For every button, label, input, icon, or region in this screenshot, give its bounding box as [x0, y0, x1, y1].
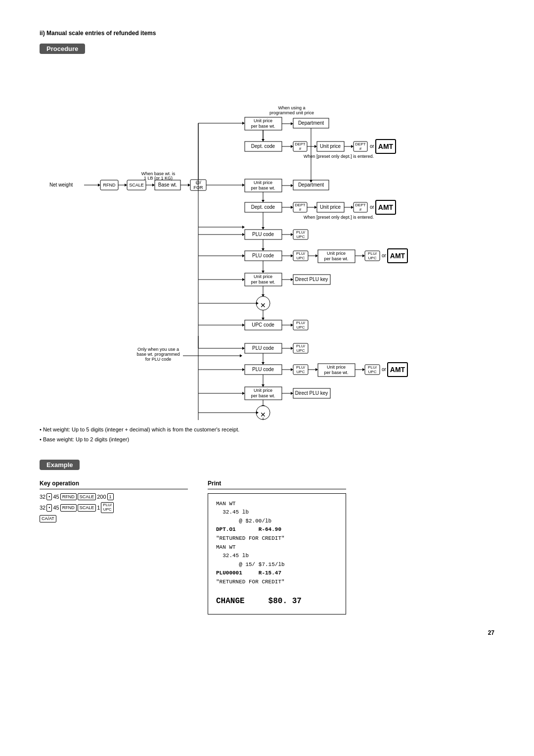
key-btn-dot-1[interactable]: •: [46, 493, 52, 501]
svg-text:per base wt.: per base wt.: [251, 393, 275, 398]
svg-text:#: #: [359, 207, 362, 212]
svg-text:UPC: UPC: [368, 256, 377, 260]
svg-marker-94: [262, 248, 265, 251]
key-btn-rfnd-2[interactable]: RFND: [60, 504, 77, 512]
svg-marker-98: [291, 254, 293, 257]
page-number: 27: [40, 629, 494, 636]
svg-marker-199: [242, 278, 245, 281]
svg-text:per base wt.: per base wt.: [251, 280, 275, 284]
svg-text:Dept. code: Dept. code: [251, 204, 275, 210]
print-line-5: MAN WT: [216, 543, 338, 552]
svg-text:When using a: When using a: [278, 105, 305, 110]
print-line-9: "RETURNED FOR CREDIT": [216, 578, 338, 587]
svg-text:AMT: AMT: [378, 142, 394, 150]
section-title: ii) Manual scale entries of refunded ite…: [40, 30, 494, 37]
print-line-6: 32.45 lb: [216, 552, 338, 561]
svg-text:PLU/: PLU/: [296, 365, 306, 370]
net-weight-label: Net weight: [49, 182, 73, 188]
svg-text:When [preset only dept.] is en: When [preset only dept.] is entered.: [304, 154, 374, 159]
svg-text:Unit price: Unit price: [327, 365, 346, 370]
svg-text:PLU code: PLU code: [252, 253, 274, 258]
print-line-1: 32.45 lb: [216, 508, 338, 517]
svg-marker-103: [315, 254, 318, 257]
svg-text:or: or: [382, 253, 387, 258]
svg-text:per base wt.: per base wt.: [324, 256, 348, 261]
print-line-0: MAN WT: [216, 500, 338, 509]
svg-marker-177: [291, 392, 293, 395]
diagram-area: Net weight RFND SCALE Base wt. @/ FOR Wh…: [44, 59, 490, 415]
svg-text:AMT: AMT: [390, 366, 405, 374]
key-btn-caat[interactable]: CA/AT: [40, 515, 56, 522]
key-btn-rfnd-1[interactable]: RFND: [60, 493, 77, 501]
svg-text:Dept. code: Dept. code: [251, 143, 275, 149]
svg-text:Department: Department: [298, 182, 324, 188]
key-num-45-1: 45: [53, 494, 59, 500]
key-num-45-2: 45: [53, 505, 59, 511]
note-1: • Net weight: Up to 5 digits (integer + …: [40, 425, 494, 435]
svg-text:PLU code: PLU code: [252, 367, 274, 372]
key-num-200: 200: [97, 494, 106, 500]
svg-text:Unit price: Unit price: [254, 274, 272, 279]
svg-text:per base wt.: per base wt.: [251, 186, 275, 190]
key-row-3: CA/AT: [40, 515, 188, 522]
svg-marker-154: [291, 368, 293, 371]
svg-text:#: #: [359, 146, 362, 151]
svg-text:RFND: RFND: [103, 183, 116, 188]
svg-marker-150: [262, 362, 265, 365]
svg-text:✕: ✕: [260, 301, 266, 309]
print-line-11: CHANGE $80. 37: [216, 595, 338, 608]
svg-marker-13: [188, 184, 190, 187]
svg-text:or: or: [382, 367, 387, 372]
svg-text:UPC: UPC: [297, 348, 305, 353]
svg-marker-208: [242, 368, 245, 371]
key-btn-scale-1[interactable]: SCALE: [78, 493, 96, 501]
svg-marker-63: [262, 200, 265, 202]
key-btn-plu-upc[interactable]: PLU/UPC: [101, 502, 114, 513]
svg-text:DEPT: DEPT: [355, 142, 365, 146]
svg-marker-121: [291, 278, 293, 281]
key-operation-header: Key operation: [40, 480, 188, 489]
svg-text:per base wt.: per base wt.: [324, 370, 348, 375]
svg-text:SCALE: SCALE: [129, 183, 144, 188]
svg-marker-210: [242, 392, 245, 395]
svg-text:PLU code: PLU code: [252, 345, 274, 351]
svg-text:Unit price: Unit price: [320, 204, 341, 210]
svg-text:Unit price: Unit price: [327, 251, 346, 256]
svg-marker-36: [291, 145, 293, 148]
svg-text:PLU/: PLU/: [296, 230, 306, 235]
svg-text:Department: Department: [298, 120, 324, 126]
svg-text:for PLU code: for PLU code: [145, 357, 172, 362]
svg-marker-59: [291, 184, 293, 187]
svg-marker-203: [242, 324, 245, 327]
svg-marker-116: [262, 271, 265, 273]
svg-marker-1: [98, 184, 100, 187]
svg-marker-164: [362, 368, 365, 371]
svg-text:per base wt.: per base wt.: [251, 124, 275, 129]
print-header: Print: [208, 480, 346, 489]
svg-text:DEPT: DEPT: [295, 142, 305, 146]
svg-marker-76: [351, 206, 354, 209]
print-line-2: @ $2.00/lb: [216, 517, 338, 526]
print-line-8: PLU00001 R-15.47: [216, 569, 338, 578]
svg-text:PLU code: PLU code: [252, 232, 274, 237]
key-btn-dot-2[interactable]: •: [46, 504, 52, 512]
svg-text:Unit price: Unit price: [320, 143, 341, 149]
svg-marker-54: [242, 184, 245, 187]
svg-marker-41: [314, 145, 317, 148]
print-line-10: [216, 587, 338, 596]
key-operation-col: Key operation 32 • 45 RFND SCALE 200 1 3…: [40, 480, 188, 524]
svg-marker-108: [362, 254, 365, 257]
example-section: Example Key operation 32 • 45 RFND SCALE…: [40, 460, 494, 614]
print-line-4: "RETURNED FOR CREDIT": [216, 534, 338, 543]
notes-area: • Net weight: Up to 5 digits (integer + …: [40, 425, 494, 445]
svg-text:Unit price: Unit price: [254, 118, 272, 123]
key-btn-1[interactable]: 1: [107, 493, 114, 501]
svg-text:UPC: UPC: [297, 370, 305, 374]
svg-text:Unit price: Unit price: [254, 388, 272, 393]
svg-marker-28: [291, 122, 293, 125]
key-btn-scale-2[interactable]: SCALE: [78, 504, 96, 512]
svg-marker-159: [315, 368, 318, 371]
print-line-7: @ 15/ $7.15/lb: [216, 561, 338, 569]
svg-marker-67: [291, 206, 293, 209]
svg-text:DEPT: DEPT: [355, 203, 365, 207]
